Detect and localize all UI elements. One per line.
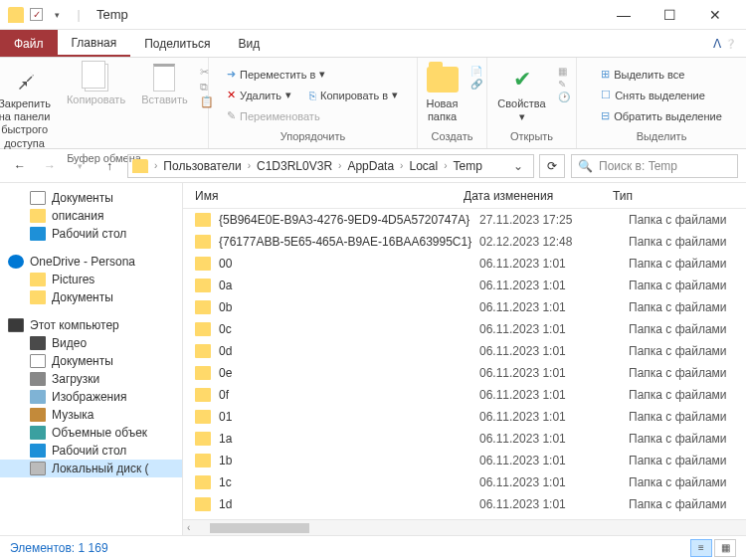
refresh-button[interactable]: ⟳: [539, 154, 565, 178]
file-type: Папка с файлами: [629, 235, 746, 249]
breadcrumb-0[interactable]: Пользователи: [159, 159, 245, 173]
group-select-label: Выделить: [637, 130, 687, 144]
sidebar-item-videos[interactable]: Видео: [0, 334, 182, 352]
file-row[interactable]: {76177ABB-5E65-465A-B9AE-16BAA63995C1} 0…: [183, 231, 746, 253]
folder-icon: [195, 213, 211, 227]
select-none-button[interactable]: ☐Снять выделение: [597, 87, 726, 103]
new-folder-label: Новая папка: [427, 97, 459, 123]
minimize-button[interactable]: —: [601, 0, 647, 30]
col-type[interactable]: Тип: [613, 189, 746, 203]
sidebar-item-music[interactable]: Музыка: [0, 406, 182, 424]
history-icon[interactable]: 🕑: [558, 92, 570, 102]
view-details-button[interactable]: ≡: [690, 539, 712, 557]
view-icons-button[interactable]: ▦: [714, 539, 736, 557]
close-button[interactable]: ✕: [692, 0, 738, 30]
breadcrumb-1[interactable]: C1D3RL0V3R: [253, 159, 336, 173]
sidebar-item-desktop2[interactable]: Рабочий стол: [0, 442, 182, 460]
sidebar-item-documents[interactable]: Документы: [0, 189, 182, 207]
back-button[interactable]: ←: [8, 154, 32, 178]
sidebar-item-documents3[interactable]: Документы: [0, 352, 182, 370]
folder-icon: [195, 300, 211, 314]
sidebar-item-thispc[interactable]: Этот компьютер: [0, 316, 182, 334]
file-name: 1d: [219, 497, 479, 511]
file-type: Папка с файлами: [629, 300, 746, 314]
rename-button[interactable]: ✎Переименовать: [223, 107, 324, 124]
breadcrumb-3[interactable]: Local: [405, 159, 442, 173]
qat-dropdown[interactable]: ▾: [49, 7, 65, 23]
file-row[interactable]: 1d 06.11.2023 1:01 Папка с файлами: [183, 493, 746, 515]
recent-button[interactable]: ▾: [68, 154, 92, 178]
file-row[interactable]: 0a 06.11.2023 1:01 Папка с файлами: [183, 275, 746, 296]
up-button[interactable]: ↑: [97, 154, 121, 178]
file-type: Папка с файлами: [629, 410, 746, 424]
breadcrumb-2[interactable]: AppData: [343, 159, 398, 173]
file-date: 06.11.2023 1:01: [479, 388, 629, 402]
sidebar-item-onedrive[interactable]: OneDrive - Persona: [0, 253, 182, 271]
move-to-button[interactable]: ➜Переместить в ▾: [223, 66, 329, 83]
sidebar-item-downloads[interactable]: Загрузки: [0, 370, 182, 388]
select-all-button[interactable]: ⊞Выделить все: [597, 66, 726, 83]
file-row[interactable]: 1c 06.11.2023 1:01 Папка с файлами: [183, 471, 746, 493]
properties-button[interactable]: ✔ Свойства ▾: [493, 62, 549, 125]
tab-view[interactable]: Вид: [224, 30, 274, 57]
tab-home[interactable]: Главная: [58, 30, 131, 57]
file-name: 0e: [219, 366, 479, 380]
search-input[interactable]: 🔍 Поиск в: Temp: [571, 154, 738, 178]
new-item-icon[interactable]: 📄: [470, 66, 482, 77]
sidebar-item-images[interactable]: Изображения: [0, 388, 182, 406]
file-name: 0f: [219, 388, 479, 402]
tab-file[interactable]: Файл: [0, 30, 58, 57]
breadcrumb-4[interactable]: Temp: [449, 159, 485, 173]
group-organize-label: Упорядочить: [280, 130, 345, 144]
file-date: 06.11.2023 1:01: [479, 322, 629, 336]
file-type: Папка с файлами: [629, 475, 746, 489]
file-row[interactable]: 01 06.11.2023 1:01 Папка с файлами: [183, 406, 746, 428]
delete-button[interactable]: ✕Удалить ▾: [223, 87, 295, 103]
maximize-button[interactable]: ☐: [647, 0, 692, 30]
horizontal-scrollbar[interactable]: ‹: [183, 519, 746, 535]
open-icon[interactable]: ▦: [558, 66, 570, 77]
forward-button[interactable]: →: [38, 154, 62, 178]
new-folder-button[interactable]: Новая папка: [423, 62, 463, 125]
folder-icon: [195, 257, 211, 271]
file-list[interactable]: {5B964E0E-B9A3-4276-9ED9-4D5A5720747A} 2…: [183, 209, 746, 519]
address-dropdown[interactable]: ⌄: [507, 159, 529, 173]
col-name[interactable]: Имя: [195, 189, 464, 203]
navigation-pane[interactable]: Документы описания Рабочий стол OneDrive…: [0, 183, 183, 535]
easy-access-icon[interactable]: 🔗: [470, 79, 482, 90]
tab-share[interactable]: Поделиться: [130, 30, 224, 57]
sidebar-item-localdisk[interactable]: Локальный диск (: [0, 460, 182, 477]
file-row[interactable]: 0f 06.11.2023 1:01 Папка с файлами: [183, 384, 746, 406]
qat-checkbox[interactable]: ✓: [30, 8, 43, 21]
pin-to-quickaccess-button[interactable]: Закрепить на панели быстрого доступа: [0, 62, 55, 152]
ribbon-collapse[interactable]: ᐱ❔: [703, 30, 746, 57]
file-row[interactable]: 0b 06.11.2023 1:01 Папка с файлами: [183, 296, 746, 318]
edit-icon[interactable]: ✎: [558, 79, 570, 90]
file-row[interactable]: 0d 06.11.2023 1:01 Папка с файлами: [183, 340, 746, 362]
search-placeholder: Поиск в: Temp: [599, 159, 677, 173]
sidebar-item-descriptions[interactable]: описания: [0, 207, 182, 225]
file-type: Папка с файлами: [629, 432, 746, 446]
file-date: 06.11.2023 1:01: [479, 366, 629, 380]
file-type: Папка с файлами: [629, 454, 746, 467]
folder-icon: [195, 497, 211, 511]
sidebar-item-documents2[interactable]: Документы: [0, 288, 182, 306]
sidebar-item-pictures[interactable]: Pictures: [0, 271, 182, 288]
file-row[interactable]: 0c 06.11.2023 1:01 Папка с файлами: [183, 318, 746, 340]
file-row[interactable]: 1b 06.11.2023 1:01 Папка с файлами: [183, 450, 746, 471]
invert-selection-button[interactable]: ⊟Обратить выделение: [597, 107, 726, 124]
sidebar-item-3dobjects[interactable]: Объемные объек: [0, 424, 182, 442]
item-count-label: Элементов:: [10, 541, 75, 555]
file-row[interactable]: {5B964E0E-B9A3-4276-9ED9-4D5A5720747A} 2…: [183, 209, 746, 231]
sidebar-item-desktop[interactable]: Рабочий стол: [0, 225, 182, 243]
copy-button[interactable]: Копировать: [63, 62, 129, 108]
folder-icon: [195, 322, 211, 336]
folder-icon: [195, 432, 211, 446]
file-row[interactable]: 00 06.11.2023 1:01 Папка с файлами: [183, 253, 746, 275]
address-bar[interactable]: › Пользователи› C1D3RL0V3R› AppData› Loc…: [127, 154, 534, 178]
col-date[interactable]: Дата изменения: [464, 189, 613, 203]
file-row[interactable]: 1a 06.11.2023 1:01 Папка с файлами: [183, 428, 746, 450]
file-row[interactable]: 0e 06.11.2023 1:01 Папка с файлами: [183, 362, 746, 384]
paste-button[interactable]: Вставить: [137, 62, 192, 108]
copy-to-button[interactable]: ⎘Копировать в ▾: [305, 87, 402, 103]
